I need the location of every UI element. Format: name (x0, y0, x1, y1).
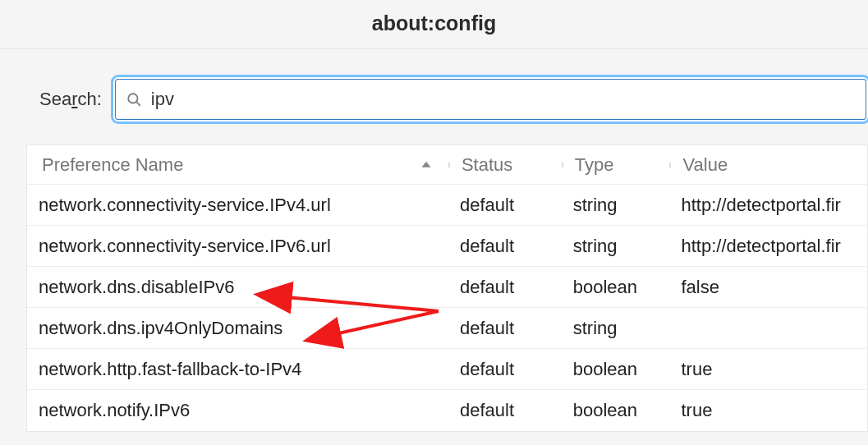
table-row[interactable]: network.dns.disableIPv6defaultbooleanfal… (27, 267, 867, 308)
pref-status: default (448, 277, 562, 298)
col-header-value-label: Value (682, 154, 728, 176)
pref-value: http://detectportal.fir (669, 195, 867, 216)
col-header-status-label: Status (462, 154, 512, 176)
col-sep (669, 163, 671, 167)
pref-value: true (669, 359, 867, 380)
pref-value: false (669, 277, 867, 298)
svg-point-0 (128, 94, 137, 103)
pref-value: true (669, 400, 867, 421)
col-header-type-label: Type (575, 154, 614, 176)
pref-name: network.connectivity-service.IPv6.url (27, 236, 448, 257)
pref-name: network.notify.IPv6 (27, 400, 448, 421)
pref-type: string (562, 236, 670, 257)
table-body: network.connectivity-service.IPv4.urldef… (27, 185, 867, 431)
search-label-post: ch: (77, 89, 101, 109)
pref-status: default (448, 236, 562, 257)
table-row[interactable]: network.dns.ipv4OnlyDomainsdefaultstring (27, 308, 867, 349)
pref-name: network.http.fast-fallback-to-IPv4 (27, 359, 448, 380)
pref-type: boolean (562, 400, 670, 421)
pref-type: string (562, 318, 670, 339)
pref-value: http://detectportal.fir (669, 236, 867, 257)
col-header-status[interactable]: Status (448, 154, 562, 176)
pref-type: string (562, 195, 670, 216)
search-label: Search: (39, 89, 102, 110)
pref-name: network.dns.disableIPv6 (27, 277, 448, 298)
search-icon (126, 92, 141, 107)
pref-status: default (448, 195, 562, 216)
col-header-name[interactable]: Preference Name (27, 154, 448, 176)
col-header-name-label: Preference Name (42, 154, 183, 176)
sort-asc-icon (420, 159, 432, 171)
pref-type: boolean (562, 359, 670, 380)
pref-status: default (448, 359, 562, 380)
search-input[interactable] (149, 79, 855, 120)
col-header-type[interactable]: Type (562, 154, 670, 176)
search-box[interactable] (113, 77, 868, 122)
col-sep (562, 163, 563, 167)
col-header-value[interactable]: Value (669, 154, 867, 176)
col-sep (448, 163, 450, 167)
search-row: Search: (0, 49, 868, 140)
pref-status: default (448, 400, 562, 421)
prefs-table: Preference Name Status Type Value networ… (26, 145, 868, 432)
pref-status: default (448, 318, 562, 339)
pref-name: network.dns.ipv4OnlyDomains (27, 318, 448, 339)
table-row[interactable]: network.connectivity-service.IPv4.urldef… (27, 185, 867, 226)
table-row[interactable]: network.connectivity-service.IPv6.urldef… (27, 226, 867, 267)
svg-line-1 (136, 102, 140, 106)
pref-type: boolean (562, 277, 670, 298)
page-title: about:config (372, 11, 496, 34)
table-header: Preference Name Status Type Value (27, 145, 867, 185)
svg-marker-2 (421, 161, 430, 167)
header-bar: about:config (0, 0, 868, 49)
search-label-pre: Sea (39, 89, 71, 109)
table-row[interactable]: network.notify.IPv6defaultbooleantrue (27, 390, 867, 431)
pref-name: network.connectivity-service.IPv4.url (27, 195, 448, 216)
table-row[interactable]: network.http.fast-fallback-to-IPv4defaul… (27, 349, 867, 390)
